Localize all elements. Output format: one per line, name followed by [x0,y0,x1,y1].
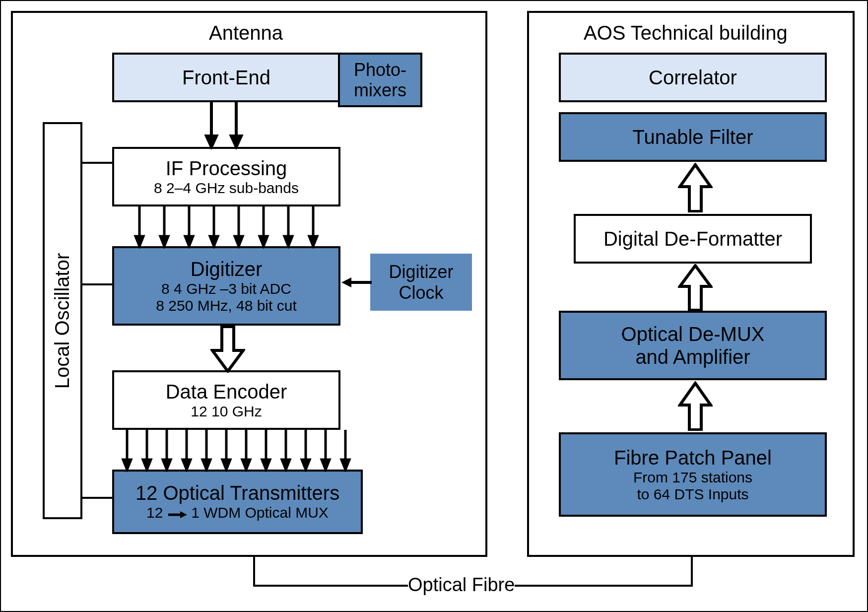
arrow-open-down-dig-to-enc-icon [210,326,245,373]
local-oscillator-box: Local Oscillator [43,122,82,519]
arrows-fe-to-if-icon [192,102,261,149]
svg-marker-15 [235,236,243,246]
block-data-encoder: Data Encoder 12 10 GHz [112,370,340,430]
svg-marker-33 [222,460,230,470]
patch-l1: Fibre Patch Panel [614,446,772,469]
block-optical-transmitters: 12 Optical Transmitters 12 1 WDM Optical… [112,470,363,534]
front-end-label: Front-End [182,66,270,89]
svg-marker-35 [242,460,250,470]
patch-l2: From 175 stations [633,469,752,486]
block-tunable-filter: Tunable Filter [559,112,827,162]
demux-l2: and Amplifier [635,345,750,368]
block-front-end: Front-End [112,53,340,102]
demux-l1: Optical De-MUX [621,323,765,345]
svg-marker-29 [183,460,191,470]
panel-antenna-title: Antenna [209,22,283,44]
arrows-if-to-digitizer-icon [130,206,328,249]
svg-marker-1 [180,511,187,518]
svg-marker-11 [185,236,193,246]
block-digitizer: Digitizer 8 4 GHz –3 bit ADC 8 250 MHz, … [112,246,340,326]
arrows-enc-to-opttx-icon [117,430,355,472]
arrow-right-icon [167,505,187,523]
arrow-open-up-demux-to-deformatter-icon [678,264,713,311]
svg-marker-9 [160,236,168,246]
digitizer-l2: 8 4 GHz –3 bit ADC [161,280,291,298]
svg-marker-45 [341,460,349,470]
opt-tx-l2: 12 1 WDM Optical MUX [146,504,329,522]
svg-marker-25 [143,460,151,470]
panel-antenna: Antenna Local Oscillator Front-End Photo… [11,11,487,557]
patch-l3: to 64 DTS Inputs [637,486,748,503]
digitizer-l1: Digitizer [191,258,262,280]
svg-marker-21 [309,236,317,246]
digitizer-clock-l1: Digitizer [389,262,453,282]
digitizer-clock-l2: Clock [399,282,443,303]
svg-marker-41 [302,460,310,470]
svg-marker-3 [206,136,216,147]
block-correlator: Correlator [559,53,827,102]
block-photomixers: Photo- mixers [338,53,422,107]
svg-marker-19 [284,236,292,246]
svg-marker-37 [262,460,270,470]
correlator-label: Correlator [649,66,737,89]
svg-marker-43 [322,460,330,470]
deformatter-label: Digital De-Formatter [603,227,782,250]
svg-marker-27 [163,460,171,470]
if-proc-l2: 8 2–4 GHz sub-bands [154,180,299,197]
opt-tx-l1: 12 Optical Transmitters [135,481,339,504]
arrow-digclock-to-dig-icon [340,275,373,290]
photomixers-l1: Photo- [354,60,406,80]
if-proc-l1: IF Processing [166,157,287,180]
svg-marker-13 [210,236,218,246]
block-digitizer-clock: Digitizer Clock [370,254,472,311]
svg-marker-5 [231,136,241,147]
data-enc-l1: Data Encoder [166,380,287,403]
lo-to-digitizer-line-icon [82,283,112,285]
svg-marker-17 [260,236,267,246]
photomixers-l2: mixers [354,80,406,100]
block-deformatter: Digital De-Formatter [574,214,812,264]
block-if-processing: IF Processing 8 2–4 GHz sub-bands [112,147,340,206]
data-enc-l2: 12 10 GHz [191,403,262,420]
lo-to-opttx-line-icon [82,497,112,499]
arrow-open-up-patch-to-demux-icon [678,381,713,431]
panel-aos: AOS Technical building Correlator Tunabl… [527,11,855,557]
lo-to-if-line-icon [82,162,112,164]
svg-marker-39 [282,460,290,470]
arrow-open-up-deformatter-to-filter-icon [678,163,713,212]
opt-tx-l2a: 12 [146,504,163,521]
diagram-canvas: Antenna Local Oscillator Front-End Photo… [0,0,868,612]
svg-marker-31 [202,460,210,470]
panel-aos-title: AOS Technical building [584,22,788,44]
opt-tx-l2b: 1 WDM Optical MUX [191,504,329,521]
svg-marker-7 [135,236,143,246]
local-oscillator-label: Local Oscillator [52,253,74,388]
digitizer-l3: 8 250 MHz, 48 bit cut [156,297,296,315]
svg-marker-47 [341,277,351,287]
block-optical-demux: Optical De-MUX and Amplifier [559,311,827,380]
svg-marker-23 [123,460,131,470]
tunable-filter-label: Tunable Filter [632,126,753,148]
fibre-v-right-icon [691,557,693,587]
fibre-v-left-icon [253,557,255,587]
optical-fibre-caption: Optical Fibre [408,574,515,596]
block-fibre-patch-panel: Fibre Patch Panel From 175 stations to 6… [559,432,827,517]
